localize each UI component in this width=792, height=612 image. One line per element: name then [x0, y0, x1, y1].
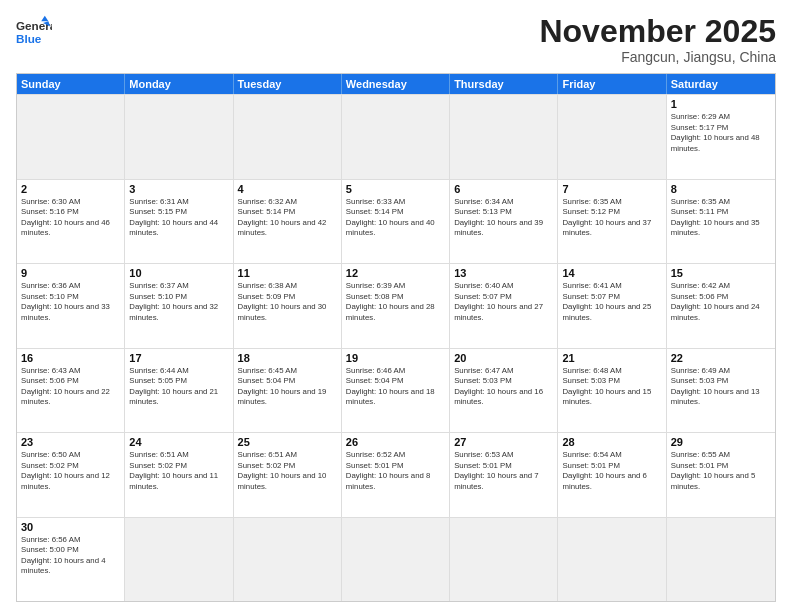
cell-info: Sunrise: 6:54 AM Sunset: 5:01 PM Dayligh…	[562, 450, 661, 492]
calendar-cell-3-6: 22Sunrise: 6:49 AM Sunset: 5:03 PM Dayli…	[667, 349, 775, 432]
calendar-cell-5-1	[125, 518, 233, 601]
cell-info: Sunrise: 6:40 AM Sunset: 5:07 PM Dayligh…	[454, 281, 553, 323]
generalblue-logo-icon: General Blue	[16, 14, 52, 50]
calendar-cell-0-2	[234, 95, 342, 178]
day-number: 19	[346, 352, 445, 364]
cell-info: Sunrise: 6:47 AM Sunset: 5:03 PM Dayligh…	[454, 366, 553, 408]
day-number: 10	[129, 267, 228, 279]
day-number: 7	[562, 183, 661, 195]
cell-info: Sunrise: 6:51 AM Sunset: 5:02 PM Dayligh…	[129, 450, 228, 492]
cell-info: Sunrise: 6:41 AM Sunset: 5:07 PM Dayligh…	[562, 281, 661, 323]
day-number: 29	[671, 436, 771, 448]
calendar-cell-2-2: 11Sunrise: 6:38 AM Sunset: 5:09 PM Dayli…	[234, 264, 342, 347]
calendar-cell-4-4: 27Sunrise: 6:53 AM Sunset: 5:01 PM Dayli…	[450, 433, 558, 516]
cell-info: Sunrise: 6:36 AM Sunset: 5:10 PM Dayligh…	[21, 281, 120, 323]
calendar-cell-1-4: 6Sunrise: 6:34 AM Sunset: 5:13 PM Daylig…	[450, 180, 558, 263]
header-sunday: Sunday	[17, 74, 125, 94]
day-number: 18	[238, 352, 337, 364]
cell-info: Sunrise: 6:37 AM Sunset: 5:10 PM Dayligh…	[129, 281, 228, 323]
day-number: 3	[129, 183, 228, 195]
header-tuesday: Tuesday	[234, 74, 342, 94]
cell-info: Sunrise: 6:31 AM Sunset: 5:15 PM Dayligh…	[129, 197, 228, 239]
day-number: 20	[454, 352, 553, 364]
cell-info: Sunrise: 6:29 AM Sunset: 5:17 PM Dayligh…	[671, 112, 771, 154]
calendar-cell-5-0: 30Sunrise: 6:56 AM Sunset: 5:00 PM Dayli…	[17, 518, 125, 601]
calendar-cell-2-6: 15Sunrise: 6:42 AM Sunset: 5:06 PM Dayli…	[667, 264, 775, 347]
day-number: 4	[238, 183, 337, 195]
day-number: 12	[346, 267, 445, 279]
calendar-cell-1-1: 3Sunrise: 6:31 AM Sunset: 5:15 PM Daylig…	[125, 180, 233, 263]
cell-info: Sunrise: 6:44 AM Sunset: 5:05 PM Dayligh…	[129, 366, 228, 408]
calendar-cell-5-3	[342, 518, 450, 601]
day-number: 17	[129, 352, 228, 364]
calendar-cell-5-6	[667, 518, 775, 601]
calendar-cell-0-3	[342, 95, 450, 178]
day-number: 11	[238, 267, 337, 279]
day-number: 1	[671, 98, 771, 110]
header-friday: Friday	[558, 74, 666, 94]
day-number: 21	[562, 352, 661, 364]
calendar-row-2: 9Sunrise: 6:36 AM Sunset: 5:10 PM Daylig…	[17, 263, 775, 347]
calendar-row-5: 30Sunrise: 6:56 AM Sunset: 5:00 PM Dayli…	[17, 517, 775, 601]
calendar-cell-1-2: 4Sunrise: 6:32 AM Sunset: 5:14 PM Daylig…	[234, 180, 342, 263]
calendar-cell-0-0	[17, 95, 125, 178]
calendar-cell-0-5	[558, 95, 666, 178]
calendar-row-0: 1Sunrise: 6:29 AM Sunset: 5:17 PM Daylig…	[17, 94, 775, 178]
cell-info: Sunrise: 6:35 AM Sunset: 5:11 PM Dayligh…	[671, 197, 771, 239]
cell-info: Sunrise: 6:30 AM Sunset: 5:16 PM Dayligh…	[21, 197, 120, 239]
header-monday: Monday	[125, 74, 233, 94]
calendar-cell-2-1: 10Sunrise: 6:37 AM Sunset: 5:10 PM Dayli…	[125, 264, 233, 347]
cell-info: Sunrise: 6:50 AM Sunset: 5:02 PM Dayligh…	[21, 450, 120, 492]
calendar-cell-3-2: 18Sunrise: 6:45 AM Sunset: 5:04 PM Dayli…	[234, 349, 342, 432]
calendar-cell-0-4	[450, 95, 558, 178]
calendar-cell-2-3: 12Sunrise: 6:39 AM Sunset: 5:08 PM Dayli…	[342, 264, 450, 347]
cell-info: Sunrise: 6:55 AM Sunset: 5:01 PM Dayligh…	[671, 450, 771, 492]
calendar-cell-5-2	[234, 518, 342, 601]
calendar-cell-4-3: 26Sunrise: 6:52 AM Sunset: 5:01 PM Dayli…	[342, 433, 450, 516]
calendar-cell-3-1: 17Sunrise: 6:44 AM Sunset: 5:05 PM Dayli…	[125, 349, 233, 432]
cell-info: Sunrise: 6:43 AM Sunset: 5:06 PM Dayligh…	[21, 366, 120, 408]
day-number: 22	[671, 352, 771, 364]
calendar-cell-2-0: 9Sunrise: 6:36 AM Sunset: 5:10 PM Daylig…	[17, 264, 125, 347]
calendar-row-1: 2Sunrise: 6:30 AM Sunset: 5:16 PM Daylig…	[17, 179, 775, 263]
calendar-cell-0-1	[125, 95, 233, 178]
cell-info: Sunrise: 6:42 AM Sunset: 5:06 PM Dayligh…	[671, 281, 771, 323]
cell-info: Sunrise: 6:39 AM Sunset: 5:08 PM Dayligh…	[346, 281, 445, 323]
day-number: 27	[454, 436, 553, 448]
location: Fangcun, Jiangsu, China	[539, 49, 776, 65]
calendar-cell-5-5	[558, 518, 666, 601]
day-number: 28	[562, 436, 661, 448]
calendar-cell-4-6: 29Sunrise: 6:55 AM Sunset: 5:01 PM Dayli…	[667, 433, 775, 516]
calendar-header: Sunday Monday Tuesday Wednesday Thursday…	[17, 74, 775, 94]
calendar-cell-3-5: 21Sunrise: 6:48 AM Sunset: 5:03 PM Dayli…	[558, 349, 666, 432]
page: General Blue November 2025 Fangcun, Jian…	[0, 0, 792, 612]
calendar-cell-2-4: 13Sunrise: 6:40 AM Sunset: 5:07 PM Dayli…	[450, 264, 558, 347]
calendar-cell-1-0: 2Sunrise: 6:30 AM Sunset: 5:16 PM Daylig…	[17, 180, 125, 263]
svg-text:Blue: Blue	[16, 32, 42, 45]
calendar-cell-3-4: 20Sunrise: 6:47 AM Sunset: 5:03 PM Dayli…	[450, 349, 558, 432]
calendar-cell-1-6: 8Sunrise: 6:35 AM Sunset: 5:11 PM Daylig…	[667, 180, 775, 263]
header-thursday: Thursday	[450, 74, 558, 94]
calendar-body: 1Sunrise: 6:29 AM Sunset: 5:17 PM Daylig…	[17, 94, 775, 601]
day-number: 6	[454, 183, 553, 195]
day-number: 9	[21, 267, 120, 279]
header: General Blue November 2025 Fangcun, Jian…	[16, 14, 776, 65]
cell-info: Sunrise: 6:45 AM Sunset: 5:04 PM Dayligh…	[238, 366, 337, 408]
calendar-cell-4-1: 24Sunrise: 6:51 AM Sunset: 5:02 PM Dayli…	[125, 433, 233, 516]
calendar-cell-2-5: 14Sunrise: 6:41 AM Sunset: 5:07 PM Dayli…	[558, 264, 666, 347]
calendar-cell-4-5: 28Sunrise: 6:54 AM Sunset: 5:01 PM Dayli…	[558, 433, 666, 516]
day-number: 16	[21, 352, 120, 364]
calendar-row-3: 16Sunrise: 6:43 AM Sunset: 5:06 PM Dayli…	[17, 348, 775, 432]
calendar-row-4: 23Sunrise: 6:50 AM Sunset: 5:02 PM Dayli…	[17, 432, 775, 516]
day-number: 30	[21, 521, 120, 533]
calendar-cell-3-3: 19Sunrise: 6:46 AM Sunset: 5:04 PM Dayli…	[342, 349, 450, 432]
day-number: 25	[238, 436, 337, 448]
cell-info: Sunrise: 6:52 AM Sunset: 5:01 PM Dayligh…	[346, 450, 445, 492]
cell-info: Sunrise: 6:49 AM Sunset: 5:03 PM Dayligh…	[671, 366, 771, 408]
calendar-cell-1-5: 7Sunrise: 6:35 AM Sunset: 5:12 PM Daylig…	[558, 180, 666, 263]
calendar-cell-1-3: 5Sunrise: 6:33 AM Sunset: 5:14 PM Daylig…	[342, 180, 450, 263]
header-saturday: Saturday	[667, 74, 775, 94]
day-number: 23	[21, 436, 120, 448]
header-wednesday: Wednesday	[342, 74, 450, 94]
day-number: 2	[21, 183, 120, 195]
